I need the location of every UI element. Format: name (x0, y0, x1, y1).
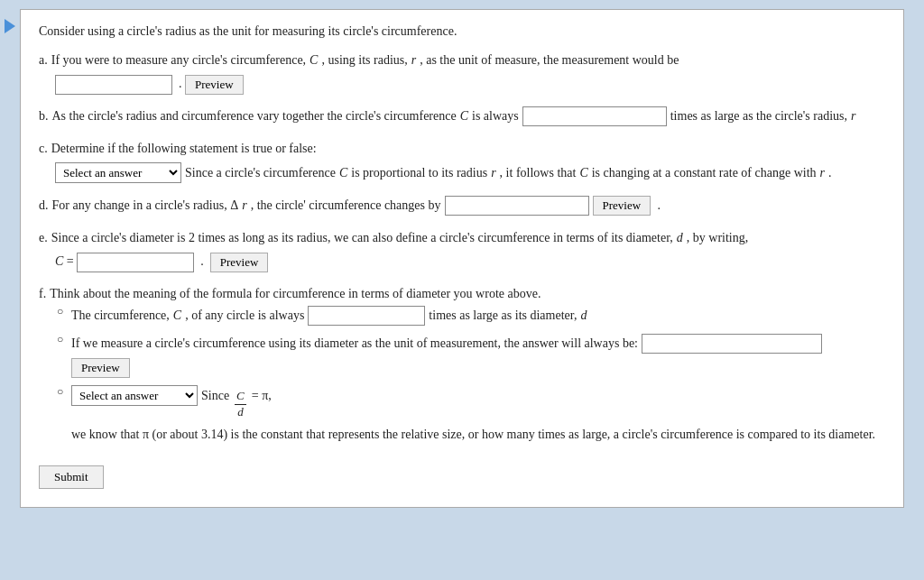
part-f-bullet-2: If we measure a circle's circumference u… (57, 333, 885, 378)
part-f-line: f. Think about the meaning of the formul… (39, 283, 885, 305)
part-f-b2-text-before: If we measure a circle's circumference u… (71, 333, 638, 354)
part-c-r: r (491, 162, 495, 184)
part-b-r: r (851, 106, 855, 127)
part-f-b3-fraction: C d (235, 389, 246, 420)
part-c-text-mid: is proportional to its radius (351, 162, 487, 184)
part-f-b1-line: The circumference, C , of any circle is … (71, 305, 885, 327)
part-b-text-after: times as large as the circle's radius, (670, 106, 847, 127)
part-c-line1: c. Determine if the following statement … (39, 138, 885, 160)
part-e: e. Since a circle's diameter is 2 times … (39, 227, 885, 272)
part-c-label: c. (39, 138, 48, 160)
part-a: a. If you were to measure any circle's c… (39, 50, 885, 95)
part-b-input[interactable] (522, 106, 667, 126)
part-b-line: b. As the circle's radius and circumfere… (39, 106, 885, 127)
part-e-input[interactable] (77, 253, 194, 272)
part-e-label: e. (39, 227, 48, 249)
part-a-line: a. If you were to measure any circle's c… (39, 50, 885, 71)
part-a-sub: . Preview (55, 75, 885, 95)
part-c-C2: C (579, 162, 587, 184)
part-b-label: b. (39, 106, 49, 127)
part-e-preview-button[interactable]: Preview (210, 253, 269, 272)
part-e-sub: C = . Preview (55, 253, 885, 272)
part-d-text-mid: , the circle' circumference changes by (251, 195, 441, 216)
part-a-C: C (310, 50, 318, 71)
main-container: Consider using a circle's radius as the … (20, 9, 904, 508)
part-a-text-before: If you were to measure any circle's circ… (51, 50, 306, 71)
part-c-C: C (339, 162, 347, 184)
part-c-text-end: is changing at a constant rate of change… (592, 162, 817, 184)
part-c-line2: Select an answer True False Since a circ… (55, 162, 885, 184)
part-f-b1-input[interactable] (308, 306, 425, 326)
play-arrow-icon (5, 19, 15, 33)
part-a-text-mid: , using its radius, (321, 50, 407, 71)
part-f: f. Think about the meaning of the formul… (39, 283, 885, 446)
part-a-input[interactable] (55, 75, 172, 95)
part-f-b3-text-before: Since (201, 385, 229, 407)
part-f-bullets: The circumference, C , of any circle is … (39, 305, 885, 446)
part-e-eq: = (67, 254, 74, 268)
part-f-b3-text-mid: we know that π (or about 3.14) is the co… (71, 424, 875, 446)
part-d-r: r (242, 195, 246, 216)
part-f-b3-frac-num: C (235, 389, 246, 405)
part-f-b3-frac-den: d (235, 405, 246, 420)
part-f-b1-text-before: The circumference, (71, 305, 170, 327)
part-d-text-before: For any change in a circle's radius, Δ (52, 195, 239, 216)
part-c-r2: r (820, 162, 825, 184)
part-c-statement: Since a circle's circumference (185, 162, 336, 184)
part-e-dot: . (198, 254, 208, 268)
part-a-label: a. (39, 50, 48, 71)
part-a-dot: . (176, 77, 182, 90)
part-f-b2-preview-row: Preview (71, 358, 885, 378)
part-f-b2-input[interactable] (642, 334, 822, 354)
part-d-input[interactable] (445, 196, 589, 216)
part-f-bullet-3: Select an answer True False Since C d = … (57, 385, 885, 446)
part-b-text-mid: is always (472, 106, 519, 127)
part-d-dot: . (654, 195, 661, 216)
part-e-text-before: Since a circle's diameter is 2 times as … (51, 227, 673, 249)
part-f-b3-eq: = π, (252, 385, 272, 407)
part-f-b1-text-mid: , of any circle is always (185, 305, 304, 327)
part-c-period: . (828, 162, 832, 184)
part-b-C: C (460, 106, 468, 127)
part-d-line: d. For any change in a circle's radius, … (39, 195, 885, 216)
part-f-b3-select[interactable]: Select an answer True False (71, 385, 198, 406)
part-f-b1-text-after: times as large as its diameter, (429, 305, 577, 327)
part-f-b2-preview-button[interactable]: Preview (71, 358, 130, 378)
submit-button[interactable]: Submit (39, 465, 104, 489)
part-f-b1-d: d (580, 305, 587, 327)
part-d-label: d. (39, 195, 49, 216)
part-a-r: r (411, 50, 416, 71)
part-d: d. For any change in a circle's radius, … (39, 195, 885, 216)
part-c-text-after: , it follows that (500, 162, 577, 184)
part-f-bullet-1: The circumference, C , of any circle is … (57, 305, 885, 327)
part-e-C: C (55, 254, 63, 268)
part-a-text-after: , as the unit of measure, the measuremen… (420, 50, 679, 71)
part-f-b1-C: C (173, 305, 181, 327)
part-a-preview-button[interactable]: Preview (185, 75, 244, 95)
part-f-label: f. (39, 283, 46, 305)
part-f-b2-line: If we measure a circle's circumference u… (71, 333, 885, 354)
part-e-text-after: , by writing, (687, 227, 748, 249)
part-b: b. As the circle's radius and circumfere… (39, 106, 885, 127)
part-c-text-before: Determine if the following statement is … (51, 138, 317, 160)
main-question-text: Consider using a circle's radius as the … (39, 24, 885, 39)
part-f-b3-line: Select an answer True False Since C d = … (71, 385, 885, 446)
part-e-d: d (677, 227, 683, 249)
part-b-text-before: As the circle's radius and circumference… (52, 106, 457, 127)
part-d-preview-button[interactable]: Preview (593, 196, 651, 216)
part-c-select[interactable]: Select an answer True False (55, 162, 181, 183)
part-c: c. Determine if the following statement … (39, 138, 885, 185)
part-e-line: e. Since a circle's diameter is 2 times … (39, 227, 885, 249)
part-f-text-before: Think about the meaning of the formula f… (50, 283, 541, 305)
